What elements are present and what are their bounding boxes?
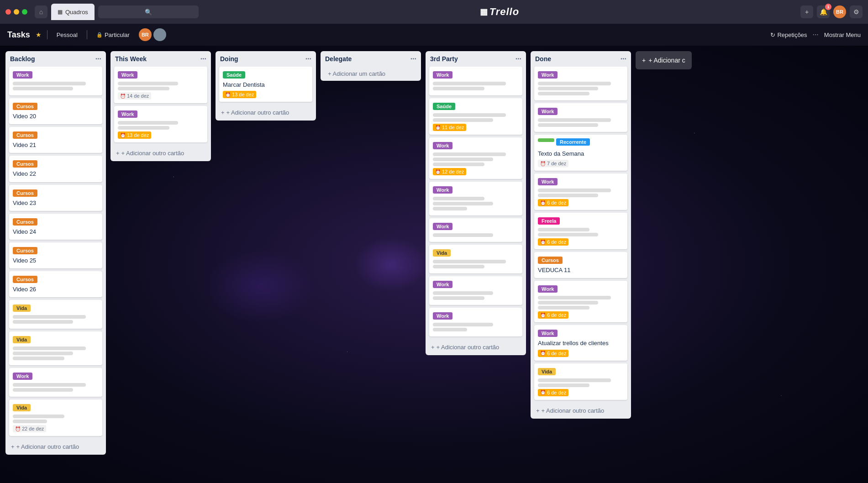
card[interactable]: Freela ⏰ 6 de dez — [534, 213, 627, 249]
card[interactable]: Saúde ⏰ 11 de dez — [429, 98, 522, 135]
clock-icon: ⏰ — [540, 240, 546, 245]
card[interactable]: Vida ⏰ 6 de dez — [534, 363, 627, 400]
tab-icon: ▦ — [58, 9, 63, 15]
card[interactable]: SaúdeMarcar Dentista ⏰ 13 de dez — [219, 67, 312, 102]
nav-particular[interactable]: 🔒 Particular — [93, 30, 133, 40]
add-button[interactable]: + — [800, 5, 813, 18]
card[interactable]: Work — [534, 67, 627, 100]
card[interactable]: Work — [429, 308, 522, 336]
home-button[interactable]: ⌂ — [35, 5, 47, 18]
lists-container: Backlog ··· WorkCursosVideo 20CursosVide… — [0, 46, 868, 483]
list-menu-button-backlog[interactable]: ··· — [95, 55, 101, 63]
card-label: Cursos — [13, 218, 37, 226]
card-date: ⏰ 6 de dez — [538, 238, 568, 246]
card[interactable]: CursosVideo 21 — [9, 127, 102, 153]
browser-tab[interactable]: ▦ Quadros — [51, 4, 95, 20]
card[interactable]: Work — [429, 182, 522, 215]
card-text-line — [433, 87, 484, 90]
close-button[interactable] — [5, 9, 11, 15]
card[interactable]: CursosVideo 25 — [9, 242, 102, 268]
tab-label: Quadros — [65, 9, 88, 16]
card-text-line — [433, 291, 493, 295]
add-card-delegate[interactable]: + Adicionar um cartão — [324, 67, 417, 81]
card[interactable]: CursosVEDUCA 11 — [534, 252, 627, 278]
settings-button[interactable]: ⚙ — [850, 5, 863, 18]
card-text-line — [538, 378, 611, 382]
card-text-line — [433, 296, 484, 300]
star-icon[interactable]: ★ — [36, 31, 42, 38]
add-card-button-this-week[interactable]: + + Adicionar outro cartão — [114, 148, 207, 158]
traffic-lights — [5, 9, 27, 15]
clock-icon: ⏰ — [540, 390, 546, 395]
card[interactable]: Vida ⏰ 22 de dez — [9, 399, 102, 436]
card[interactable]: Work ⏰ 6 de dez — [534, 281, 627, 322]
board-area: Backlog ··· WorkCursosVideo 20CursosVide… — [0, 46, 868, 483]
board-header: Tasks ★ Pessoal 🔒 Particular BR ↻ Repeti… — [0, 24, 868, 46]
card[interactable]: CursosVideo 26 — [9, 271, 102, 297]
header-divider — [47, 30, 47, 39]
user-avatar-button[interactable]: BR — [833, 5, 846, 18]
card[interactable]: CursosVideo 20 — [9, 98, 102, 124]
add-card-button-3rd-party[interactable]: + + Adicionar outro cartão — [429, 342, 522, 352]
nav-pessoal[interactable]: Pessoal — [53, 30, 81, 40]
card[interactable]: Work ⏰ 13 de dez — [114, 106, 207, 142]
list-menu-button-this-week[interactable]: ··· — [200, 55, 206, 63]
card-text-line — [538, 194, 598, 197]
minimize-button[interactable] — [14, 9, 19, 15]
list-menu-button-3rd-party[interactable]: ··· — [516, 55, 521, 63]
card-text-line — [538, 306, 589, 310]
card-text-line — [433, 207, 467, 210]
card[interactable]: CursosVideo 24 — [9, 214, 102, 240]
card-label: Work — [538, 71, 558, 79]
date-text: 13 de dez — [127, 132, 149, 138]
list-menu-button-done[interactable]: ··· — [621, 55, 626, 63]
card[interactable]: Vida — [9, 331, 102, 365]
list-title-delegate: Delegate — [325, 55, 352, 63]
date-text: 12 de dez — [442, 169, 464, 174]
card[interactable]: CursosVideo 23 — [9, 185, 102, 211]
avatar-br[interactable]: BR — [139, 28, 152, 41]
card[interactable]: Work — [429, 218, 522, 242]
card[interactable]: Recorrente Texto da Semana ⏰ 7 de dez — [534, 135, 627, 171]
add-card-button-backlog[interactable]: + + Adicionar outro cartão — [9, 441, 102, 452]
card[interactable]: Work ⏰ 14 de dez — [114, 67, 207, 103]
card-title: Texto da Semana — [538, 150, 584, 157]
notifications-button[interactable]: 🔔 1 — [817, 5, 830, 18]
address-bar[interactable]: 🔍 — [98, 5, 199, 18]
list-header-done: Done ··· — [531, 51, 631, 67]
card[interactable]: Vida — [429, 245, 522, 273]
list-menu-button-doing[interactable]: ··· — [305, 55, 311, 63]
card-text-line — [13, 388, 73, 392]
card[interactable]: Work — [429, 276, 522, 305]
card-label: Work — [538, 178, 558, 185]
maximize-button[interactable] — [22, 9, 27, 15]
add-column-button[interactable]: + + Adicionar c — [636, 51, 692, 69]
card[interactable]: WorkAtualizar trellos de clientes ⏰ 6 de… — [534, 325, 627, 360]
card[interactable]: Work — [429, 67, 522, 95]
date-text: 6 de dez — [547, 312, 566, 318]
card[interactable]: Work — [9, 368, 102, 397]
card[interactable]: Work — [534, 103, 627, 132]
list-menu-button-delegate[interactable]: ··· — [410, 55, 416, 63]
plus-icon: + — [536, 407, 540, 414]
add-card-button-doing[interactable]: + + Adicionar outro cartão — [219, 107, 312, 118]
card[interactable]: Work ⏰ 12 de dez — [429, 137, 522, 179]
repetitions-button[interactable]: ↻ Repetições — [770, 31, 807, 38]
card[interactable]: Work ⏰ 6 de dez — [534, 173, 627, 210]
avatar-other[interactable] — [153, 28, 166, 41]
add-card-button-done[interactable]: + + Adicionar outro cartão — [534, 405, 627, 416]
card-text-line — [433, 118, 493, 122]
list-header-3rd-party: 3rd Party ··· — [426, 51, 526, 67]
card-label-2: Recorrente — [556, 138, 590, 146]
show-menu-button[interactable]: Mostrar Menu — [824, 31, 861, 38]
card[interactable]: CursosVideo 22 — [9, 156, 102, 182]
card-text-line — [538, 233, 598, 236]
list-header-backlog: Backlog ··· — [5, 51, 106, 67]
card[interactable]: Vida — [9, 300, 102, 329]
card[interactable]: Work — [9, 67, 102, 95]
card-text-line — [13, 346, 86, 350]
clock-icon: ⏰ — [540, 351, 546, 356]
card-label: Work — [118, 110, 137, 118]
date-text: 7 de dez — [547, 161, 566, 166]
card-label: Vida — [433, 249, 451, 257]
